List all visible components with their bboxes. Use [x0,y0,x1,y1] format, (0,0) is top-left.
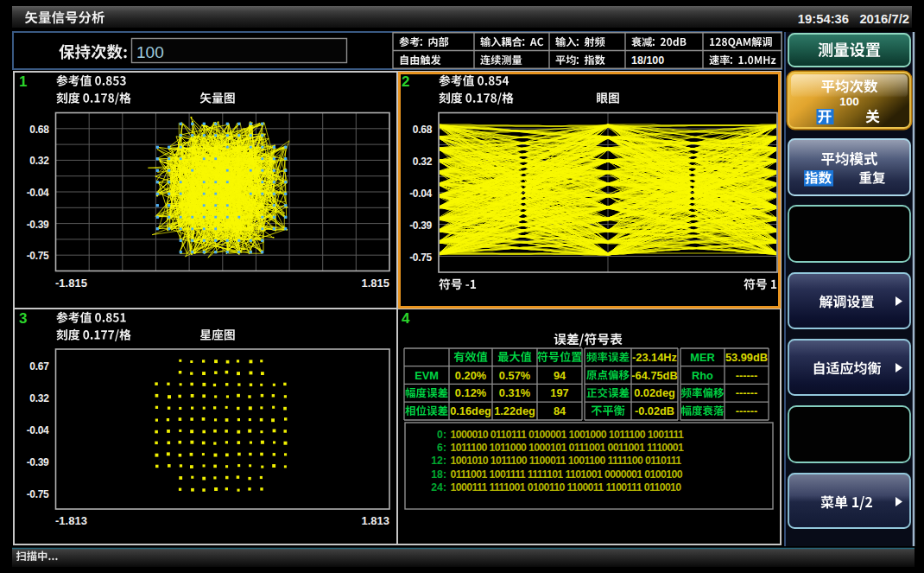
svg-text:0.32: 0.32 [29,392,49,404]
svg-text:0.20%: 0.20% [455,369,487,382]
svg-text:-0.04: -0.04 [27,187,49,199]
svg-text:EVM: EVM [415,369,439,382]
svg-text:0.68: 0.68 [413,124,433,136]
svg-text:-0.02dB: -0.02dB [635,404,674,417]
svg-text:-0.04: -0.04 [409,188,432,200]
svg-text:0111001 1001111 1111101 110100: 0111001 1001111 1111101 1101001 0000001 … [451,468,683,481]
svg-text:Rho: Rho [692,369,713,382]
svg-text:-64.75dB: -64.75dB [631,369,677,382]
svg-text:-0.39: -0.39 [27,219,49,231]
svg-text:84: 84 [554,404,566,417]
svg-text:0.12%: 0.12% [455,386,487,399]
svg-text:18:: 18: [431,468,446,481]
svg-text:-0.75: -0.75 [27,488,49,500]
svg-text:0.02deg: 0.02deg [634,386,675,399]
svg-text:0.32: 0.32 [29,155,49,167]
svg-text:2: 2 [402,73,409,90]
svg-text:24:: 24: [431,481,446,493]
svg-text:-0.39: -0.39 [27,456,49,468]
svg-text:100: 100 [136,43,164,61]
svg-text:19:54:36 2016/7/2: 19:54:36 2016/7/2 [798,12,909,26]
svg-text:-1.813: -1.813 [55,514,87,527]
svg-text:18/100: 18/100 [631,54,664,67]
svg-text:1000111 1111001 0100110 110001: 1000111 1111001 0100110 1100011 1100111 … [451,481,682,493]
svg-text:0.68: 0.68 [29,124,49,136]
svg-text:------: ------ [736,404,758,417]
svg-text:0.32: 0.32 [413,156,433,168]
svg-text:-0.39: -0.39 [409,220,432,232]
svg-text:6:: 6: [437,442,446,454]
svg-text:1.813: 1.813 [361,514,389,527]
svg-text:0.31%: 0.31% [499,386,531,399]
svg-text:12:: 12: [431,455,446,467]
svg-text:0.57%: 0.57% [499,369,531,382]
svg-text:-0.75: -0.75 [409,251,432,264]
svg-text:------: ------ [736,369,758,382]
svg-text:1.22deg: 1.22deg [494,404,535,417]
svg-text:MER: MER [690,351,714,364]
svg-text:1001010 1011100 1100011 100110: 1001010 1011100 1100011 1001100 1111100 … [451,455,682,467]
svg-text:------: ------ [736,386,758,399]
svg-text:1: 1 [19,73,27,90]
svg-text:0.67: 0.67 [29,360,49,372]
svg-text:0:: 0: [437,429,446,441]
svg-text:100: 100 [839,95,859,108]
svg-text:1011100 1011000 1000101 011100: 1011100 1011000 1000101 0111001 0011001 … [451,442,685,454]
svg-text:4: 4 [402,310,410,327]
svg-text:53.99dB: 53.99dB [725,351,768,364]
svg-text:-1.815: -1.815 [55,277,87,290]
svg-text:0.16deg: 0.16deg [450,404,491,417]
svg-text:197: 197 [550,386,568,399]
svg-text:94: 94 [554,369,566,382]
svg-text:1.815: 1.815 [361,277,389,290]
svg-text:3: 3 [19,310,27,327]
svg-text:-0.75: -0.75 [27,250,49,262]
svg-text:-0.04: -0.04 [27,424,49,436]
svg-text:1000010 0110111 0100001 100100: 1000010 0110111 0100001 1001000 1011100 … [451,429,685,441]
svg-text:-23.14Hz: -23.14Hz [632,351,677,364]
